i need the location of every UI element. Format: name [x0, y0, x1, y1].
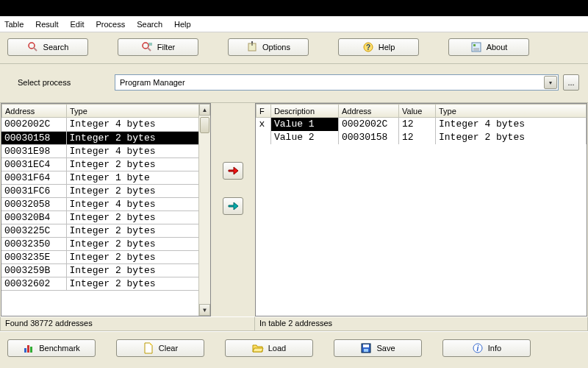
table-row[interactable]: xValue 10002002C12Integer 4 bytes — [257, 118, 587, 131]
col-address[interactable]: Address — [2, 105, 67, 118]
add-all-button[interactable] — [223, 197, 243, 215]
app-window: Table Result Edit Process Search Help Se… — [0, 0, 588, 368]
clear-label: Clear — [159, 344, 178, 353]
table-row[interactable]: 00032602Integer 2 bytes — [1, 277, 210, 290]
filter-button[interactable]: Filter — [118, 38, 198, 56]
col-desc[interactable]: Description — [271, 105, 339, 118]
browse-process-button[interactable]: ... — [563, 74, 579, 91]
info-label: Info — [488, 344, 501, 353]
col-type2[interactable]: Type — [436, 105, 587, 118]
svg-rect-11 — [473, 44, 476, 46]
svg-line-1 — [34, 48, 37, 51]
results-table[interactable]: Address Type 0002002CInteger 4 bytes0003… — [1, 103, 211, 316]
address-table-header: F Description Address Value Type — [257, 105, 587, 118]
table-row[interactable]: 0003259BInteger 2 bytes — [1, 263, 210, 277]
svg-marker-22 — [253, 348, 263, 352]
about-button-label: About — [487, 43, 508, 52]
svg-rect-25 — [364, 349, 368, 352]
table-row[interactable]: 00031E98Integer 4 bytes — [1, 144, 210, 158]
options-button-label: Options — [262, 43, 290, 52]
status-found: Found 38772 addresses — [0, 316, 255, 331]
vertical-scrollbar[interactable]: ▲ ▼ — [198, 104, 210, 316]
browse-label: ... — [567, 78, 574, 87]
menu-edit[interactable]: Edit — [70, 20, 84, 29]
results-header: Address Type — [1, 104, 210, 118]
menu-help[interactable]: Help — [174, 20, 191, 29]
load-label: Load — [268, 344, 286, 353]
main-toolbar: Search Filter Options ? Help — [0, 32, 588, 64]
process-select[interactable]: Program Manager ▾ — [115, 74, 559, 91]
scroll-up-icon[interactable]: ▲ — [199, 104, 210, 116]
svg-point-2 — [143, 43, 148, 49]
filter-button-label: Filter — [157, 43, 175, 52]
new-file-icon — [143, 342, 154, 354]
arrow-right-teal-icon — [227, 202, 239, 210]
chart-icon — [23, 342, 35, 354]
col-f[interactable]: F — [257, 105, 271, 118]
clear-button[interactable]: Clear — [116, 339, 204, 357]
svg-line-3 — [148, 48, 151, 51]
table-row[interactable]: 00031FC6Integer 2 bytes — [1, 184, 210, 197]
svg-rect-16 — [24, 348, 26, 353]
status-bar: Found 38772 addresses In table 2 address… — [0, 316, 588, 331]
col-type[interactable]: Type — [67, 105, 210, 118]
svg-point-7 — [251, 41, 253, 43]
svg-rect-24 — [363, 344, 369, 347]
menu-process[interactable]: Process — [96, 20, 125, 29]
arrow-right-icon — [227, 166, 239, 175]
table-row[interactable]: 0003235EInteger 2 bytes — [1, 250, 210, 263]
add-to-table-button[interactable] — [223, 162, 243, 180]
menu-bar: Table Result Edit Process Search Help — [0, 16, 588, 32]
scroll-thumb[interactable] — [200, 117, 209, 133]
client-area: Search Filter Options ? Help — [0, 32, 588, 368]
svg-rect-18 — [30, 347, 32, 353]
col-addr2[interactable]: Address — [339, 105, 399, 118]
svg-rect-4 — [148, 43, 152, 46]
info-icon: i — [472, 342, 484, 354]
results-body[interactable]: 0002002CInteger 4 bytes00030158Integer 2… — [1, 118, 210, 316]
table-row[interactable]: 000320B4Integer 2 bytes — [1, 210, 210, 224]
table-row[interactable]: 00031EC4Integer 2 bytes — [1, 158, 210, 171]
scroll-down-icon[interactable]: ▼ — [199, 304, 210, 316]
help-button[interactable]: ? Help — [338, 38, 419, 56]
table-row[interactable]: Value 20003015812Integer 2 bytes — [257, 131, 587, 144]
table-row[interactable]: 00032350Integer 2 bytes — [1, 237, 210, 250]
folder-open-icon — [252, 342, 264, 354]
menu-result[interactable]: Result — [35, 20, 58, 29]
address-table[interactable]: F Description Address Value Type xValue … — [255, 103, 587, 316]
table-row[interactable]: 00031F64Integer 1 byte — [1, 171, 210, 184]
magnifier-filter-icon — [141, 41, 153, 53]
benchmark-label: Benchmark — [39, 344, 80, 353]
help-icon: ? — [362, 41, 374, 53]
process-select-value: Program Manager — [120, 78, 185, 87]
chevron-down-icon[interactable]: ▾ — [544, 76, 557, 89]
middle-area: Address Type 0002002CInteger 4 bytes0003… — [0, 103, 588, 316]
status-intable: In table 2 addresses — [255, 316, 588, 331]
table-row[interactable]: 00030158Integer 2 bytes — [1, 131, 210, 144]
table-row[interactable]: 0003225CInteger 2 bytes — [1, 224, 210, 237]
options-button[interactable]: Options — [228, 38, 309, 56]
info-button[interactable]: i Info — [442, 339, 531, 357]
disk-icon — [360, 342, 372, 354]
bottom-toolbar: Benchmark Clear Load Save — [0, 331, 588, 357]
magnifier-icon — [27, 41, 39, 53]
save-button[interactable]: Save — [334, 339, 422, 357]
benchmark-button[interactable]: Benchmark — [7, 339, 96, 357]
transfer-buttons — [211, 103, 255, 316]
svg-text:i: i — [476, 344, 478, 353]
col-value[interactable]: Value — [399, 105, 436, 118]
table-row[interactable]: 00032058Integer 4 bytes — [1, 197, 210, 210]
search-button[interactable]: Search — [7, 38, 88, 56]
about-icon — [470, 41, 482, 53]
svg-point-0 — [29, 43, 35, 49]
table-row[interactable]: 0002002CInteger 4 bytes — [1, 118, 210, 131]
svg-text:?: ? — [366, 43, 370, 52]
address-table-grid: F Description Address Value Type xValue … — [256, 104, 587, 144]
help-button-label: Help — [379, 43, 395, 52]
load-button[interactable]: Load — [225, 339, 313, 357]
menu-table[interactable]: Table — [4, 20, 24, 29]
about-button[interactable]: About — [448, 38, 529, 56]
menu-search[interactable]: Search — [137, 20, 162, 29]
svg-rect-17 — [27, 345, 29, 353]
search-button-label: Search — [43, 43, 69, 52]
